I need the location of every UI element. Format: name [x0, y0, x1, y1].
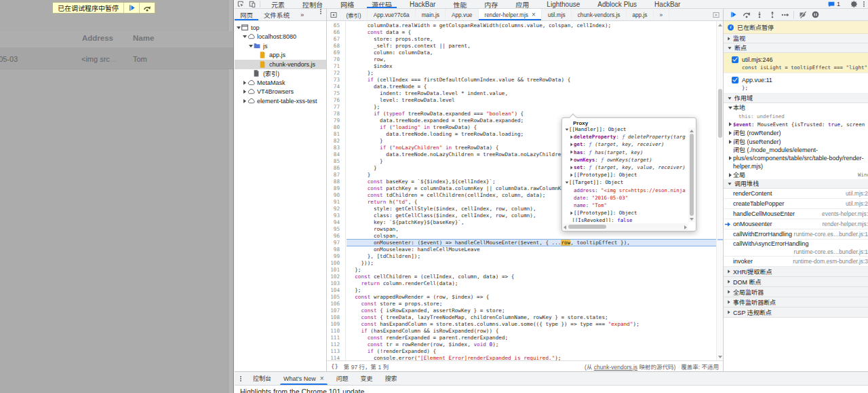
line-number[interactable]: 77	[327, 104, 345, 111]
navigator-tab-网页[interactable]: 网页	[235, 9, 258, 20]
line-number[interactable]: 71	[327, 63, 345, 70]
popup-property-row[interactable]: ownKeys: ƒ ownKeys(target)	[564, 156, 688, 164]
drawer-menu-button[interactable]	[236, 372, 245, 385]
drawer-tab--[interactable]: 问题	[330, 372, 355, 385]
section-call-stack[interactable]: 调用堆栈	[724, 179, 868, 189]
section-XHR-[interactable]: XHR/提取断点	[724, 267, 868, 277]
popup-property-row[interactable]: [[Target]]: Object	[564, 179, 688, 186]
line-number[interactable]: 69	[327, 50, 345, 56]
tree-item-top[interactable]: top	[235, 23, 326, 33]
line-number[interactable]: 86	[327, 165, 345, 172]
section--[interactable]: 全局监听器	[724, 287, 868, 297]
tree-expanded-arrow[interactable]	[248, 45, 254, 48]
breakpoint-entry[interactable]: App.vue:11};	[724, 73, 868, 94]
editor-tab-main.js[interactable]: main.js	[416, 9, 446, 20]
panel-tab-内存[interactable]: 内存	[475, 0, 507, 8]
navigator-tab-文件系统[interactable]: 文件系统	[258, 9, 295, 20]
line-number[interactable]: 70	[327, 56, 345, 63]
line-number[interactable]: 84	[327, 151, 345, 158]
settings-button[interactable]	[851, 1, 858, 7]
call-stack-frame[interactable]: onMouseenterrender-helper.mjs:	[724, 219, 868, 229]
popup-horizontal-scrollbar[interactable]	[563, 223, 688, 230]
step-button[interactable]	[778, 10, 791, 20]
call-stack-frame[interactable]: callWithErrorHandlingruntime-core.es…bun…	[724, 229, 868, 240]
banner-resume-button[interactable]	[124, 3, 139, 13]
line-number[interactable]: 73	[327, 77, 345, 83]
line-number[interactable]: 79	[327, 117, 345, 124]
popup-hscrollbar-thumb[interactable]	[568, 225, 606, 229]
device-toolbar-button[interactable]	[246, 0, 258, 8]
popup-property-row[interactable]: set: ƒ (target, key, value, receiver)	[564, 164, 688, 171]
section-breakpoints[interactable]: 断点	[724, 43, 868, 53]
drawer-tab--[interactable]: 控制台	[247, 372, 277, 385]
editor-tab-[interactable]: (索引)	[340, 9, 368, 20]
banner-step-over-button[interactable]	[140, 3, 155, 13]
tree-item-[interactable]: (索引)	[235, 69, 326, 79]
tree-collapsed-arrow[interactable]	[242, 99, 248, 103]
line-number[interactable]: 90	[327, 192, 345, 199]
tree-expanded-arrow[interactable]	[236, 26, 241, 29]
step-out-button[interactable]	[766, 10, 778, 20]
popup-vertical-scrollbar[interactable]	[688, 128, 695, 222]
pretty-print-button[interactable]: {}	[331, 363, 338, 370]
panel-tab-控制台[interactable]: 控制台	[294, 0, 332, 8]
section-CSP-[interactable]: CSP 违规断点	[724, 307, 868, 318]
line-number[interactable]: 100	[327, 260, 345, 267]
line-number[interactable]: 99	[327, 253, 345, 260]
editor-tab-App.vue7c6a[interactable]: App.vue?7c6a	[368, 9, 416, 20]
popup-property-row[interactable]: address: "<img src=https://eson.ninja	[564, 187, 688, 194]
line-number[interactable]: 76	[327, 97, 345, 104]
editor-tab-App.vue[interactable]: App.vue	[446, 9, 478, 20]
line-number[interactable]: 107	[327, 307, 345, 314]
table-row[interactable]	[0, 48, 233, 69]
line-number[interactable]: 111	[327, 335, 345, 341]
navigator-menu-button[interactable]	[320, 9, 325, 20]
expand-sidebar-button[interactable]	[709, 9, 723, 20]
line-number[interactable]: 78	[327, 111, 345, 117]
section--[interactable]: 事件监听器断点	[724, 297, 868, 307]
line-number[interactable]: 102	[327, 274, 345, 280]
editor-tab-render-helper.mjs[interactable]: render-helper.mjs×	[479, 9, 542, 20]
inspect-element-button[interactable]	[235, 0, 246, 8]
tree-expanded-arrow[interactable]	[242, 35, 248, 38]
line-number[interactable]: 97	[327, 240, 345, 246]
line-number[interactable]: 65	[327, 22, 345, 29]
line-number[interactable]: 89	[327, 185, 345, 192]
scope-group[interactable]: 闭包 (useRender)	[724, 137, 868, 146]
line-number[interactable]: 75	[327, 90, 345, 97]
drawer-tab-what-s-new[interactable]: What's New×	[277, 372, 330, 385]
devtools-menu-button[interactable]	[863, 1, 865, 7]
line-number[interactable]: 106	[327, 301, 345, 307]
popup-property-row[interactable]: [[IsRevoked]]: false	[564, 217, 688, 222]
line-number[interactable]: 92	[327, 206, 345, 212]
section-scope[interactable]: 作用域	[724, 94, 868, 103]
popup-property-row[interactable]: get: ƒ (target, key, receiver)	[564, 141, 688, 148]
line-number[interactable]: 94	[327, 219, 345, 226]
drawer-tab--[interactable]: 变更	[355, 372, 379, 385]
call-stack-frame[interactable]: handleCellMouseEnterevents-helper.mjs:	[724, 209, 868, 219]
line-number[interactable]: 68	[327, 43, 345, 50]
drawer-tab--[interactable]: 搜索	[379, 372, 403, 385]
line-number[interactable]: 98	[327, 246, 345, 253]
editor-scrollbar-thumb[interactable]	[718, 89, 722, 138]
line-number[interactable]: 101	[327, 267, 345, 274]
line-number[interactable]: 113	[327, 348, 345, 355]
editor-tab-chunk-vendors.js[interactable]: chunk-vendors.js	[572, 9, 627, 20]
line-number[interactable]: 80	[327, 124, 345, 131]
scroll-up-arrow[interactable]	[717, 22, 723, 28]
tree-item-MetaMask[interactable]: MetaMask	[235, 78, 326, 88]
line-number[interactable]: 105	[327, 294, 345, 301]
section-watch[interactable]: 监视	[724, 34, 868, 43]
line-number[interactable]: 85	[327, 158, 345, 165]
call-stack-frame[interactable]: invokerruntime-dom.esm-bundler.js:3	[724, 257, 868, 267]
line-number[interactable]: 72	[327, 70, 345, 77]
line-number[interactable]: 103	[327, 280, 345, 287]
collapse-navigator-button[interactable]	[327, 9, 340, 20]
mapped-source-link[interactable]: chunk-vendors.js	[594, 364, 637, 371]
tree-item-chunk-vendors.js[interactable]: chunk-vendors.js	[235, 60, 326, 69]
line-number[interactable]: 67	[327, 36, 345, 43]
popup-property-row[interactable]: [[Prototype]]: Object	[564, 209, 688, 217]
panel-tab-lighthouse[interactable]: Lighthouse	[538, 0, 589, 8]
line-number[interactable]: 114	[327, 355, 345, 360]
issues-counter[interactable]: 1	[828, 1, 840, 7]
